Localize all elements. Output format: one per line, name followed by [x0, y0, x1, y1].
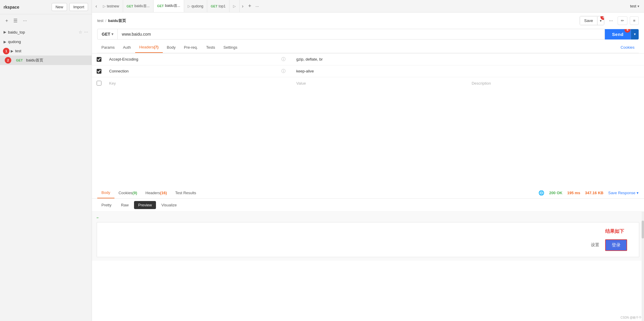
breadcrumb-current: baidu首页 [108, 18, 126, 23]
tab-baidu-2[interactable]: GET baidu首... [154, 0, 184, 12]
breadcrumb-parent: test [97, 18, 103, 23]
file-icon: ▷ [103, 4, 106, 8]
tab-top1[interactable]: GET top1 [207, 0, 229, 12]
tab-headers[interactable]: Headers(7) [135, 42, 163, 53]
request-item-baidu[interactable]: 2 GET baidu首页 [0, 56, 92, 65]
tabs-bar: ‹ ▷ testnew GET baidu首... GET baidu首... … [92, 0, 644, 12]
resp-tab-cookies[interactable]: Cookies(9) [114, 188, 141, 198]
env-name: test [630, 4, 636, 8]
environment-selector[interactable]: test ▾ [627, 4, 643, 8]
collection-item-qudong[interactable]: ▶ qudong [0, 37, 92, 46]
view-tab-preview[interactable]: Preview [134, 201, 156, 209]
collection-name: baidu_top [8, 30, 77, 34]
tabs-more-button[interactable]: ··· [254, 4, 261, 9]
response-content: ← 结果如下 设置 登录 [92, 212, 644, 321]
headers-content: Accept-Encoding ⓘ gzip, deflate, br Conn… [92, 53, 644, 187]
tab-next-button[interactable]: › [240, 2, 246, 10]
header-checkbox-1[interactable] [92, 57, 106, 62]
resp-tab-headers[interactable]: Headers(16) [141, 188, 171, 198]
header-checkbox-2[interactable] [92, 69, 106, 74]
tab-params[interactable]: Params [97, 42, 119, 53]
login-button[interactable]: 登录 [605, 239, 627, 251]
sidebar-title: rkspace [4, 5, 49, 10]
tab-label: baidu首... [165, 3, 180, 8]
save-button[interactable]: Save [580, 16, 597, 25]
header-check-input[interactable] [97, 81, 101, 86]
body-view-tabs: Pretty Raw Preview Visualize [92, 199, 644, 212]
resp-tab-test-results[interactable]: Test Results [171, 188, 200, 198]
filter-button[interactable]: ☰ [12, 17, 19, 25]
request-more-button[interactable]: ··· [607, 17, 615, 25]
tab-testnew[interactable]: ▷ testnew [99, 0, 123, 12]
view-tab-raw[interactable]: Raw [117, 201, 133, 209]
header-check-input[interactable] [97, 69, 101, 74]
star-icon[interactable]: ☆ [79, 30, 82, 34]
tab-label: qudong [192, 4, 203, 8]
header-value-1[interactable]: gzip, deflate, br [293, 55, 468, 64]
header-check-input[interactable] [97, 57, 101, 62]
new-button[interactable]: New [52, 3, 67, 11]
result-text: 结果如下 [103, 228, 633, 235]
collection-item-test[interactable]: 1 ▶ test [0, 46, 92, 56]
response-size: 347.16 KB [585, 191, 603, 195]
add-collection-button[interactable]: + [4, 17, 10, 25]
header-row-empty: Key Value Description [92, 77, 644, 89]
badge-1: 1 [3, 48, 9, 54]
send-dropdown-button[interactable]: ▾ [631, 29, 639, 39]
method-selector[interactable]: GET ▾ [97, 29, 117, 39]
scrollbar-thumb[interactable] [642, 221, 644, 238]
headers-count: (7) [154, 45, 159, 49]
url-input[interactable] [117, 29, 605, 39]
header-row: Accept-Encoding ⓘ gzip, deflate, br [92, 53, 644, 65]
watermark: CSDN @晓千千 [621, 316, 642, 320]
response-area: Body Cookies(9) Headers(16) Test Results… [92, 187, 644, 321]
tab-label: top1 [219, 4, 225, 8]
key-placeholder[interactable]: Key [106, 79, 281, 88]
get-method-badge: GET [127, 4, 133, 8]
tab-auth[interactable]: Auth [119, 42, 135, 53]
resp-tab-body[interactable]: Body [97, 187, 114, 198]
file-icon: ▷ [233, 4, 236, 8]
tab-body[interactable]: Body [163, 42, 180, 53]
save-button-group: 3 Save ▾ [580, 16, 604, 25]
documentation-button[interactable]: ≡ [630, 16, 639, 25]
view-tab-pretty[interactable]: Pretty [97, 201, 116, 209]
chevron-down-icon: ▾ [111, 32, 113, 36]
response-status-bar: 🌐 200 OK 195 ms 347.16 KB Save Response … [538, 190, 639, 196]
save-response-button[interactable]: Save Response ▾ [608, 191, 639, 195]
method-badge-get: GET [16, 58, 24, 62]
vertical-scrollbar[interactable] [642, 212, 644, 321]
baidu-row: 设置 登录 [103, 239, 633, 251]
tab-baidu-1[interactable]: GET baidu首... [123, 0, 154, 12]
header-key-1[interactable]: Accept-Encoding [106, 55, 281, 64]
tab-tests[interactable]: Tests [202, 42, 219, 53]
info-icon: ⓘ [281, 57, 293, 62]
sidebar-more-button[interactable]: ··· [21, 17, 28, 25]
collection-item-baidu-top[interactable]: ▶ baidu_top ☆ ··· [0, 27, 92, 37]
tab-prereq[interactable]: Pre-req. [180, 42, 202, 53]
chevron-right-icon: ▶ [11, 49, 13, 53]
import-button[interactable]: Import [69, 3, 88, 11]
edit-button[interactable]: ✏ [618, 16, 627, 25]
tab-empty[interactable]: ▷ [229, 0, 240, 12]
add-tab-button[interactable]: + [246, 3, 254, 9]
header-key-2[interactable]: Connection [106, 67, 281, 76]
desc-placeholder[interactable]: Description [469, 79, 644, 88]
view-tab-visualize[interactable]: Visualize [157, 201, 181, 209]
value-placeholder[interactable]: Value [293, 79, 468, 88]
tab-settings[interactable]: Settings [219, 42, 242, 53]
collection-name: qudong [8, 39, 88, 44]
send-button-group: 4 Send ▾ [605, 29, 639, 39]
status-code: 200 OK [549, 191, 562, 195]
more-icon[interactable]: ··· [84, 29, 88, 35]
header-checkbox-empty[interactable] [92, 81, 106, 86]
header-desc-1 [469, 57, 644, 62]
header-value-2[interactable]: keep-alive [293, 67, 468, 76]
tab-headers-label: Headers [139, 45, 154, 49]
cookies-link[interactable]: Cookies [616, 42, 639, 53]
tab-qudong[interactable]: ▷ qudong [184, 0, 207, 12]
tab-prev-button[interactable]: ‹ [93, 2, 99, 10]
sidebar: rkspace New Import + ☰ ··· ▶ baidu_top ☆… [0, 0, 92, 321]
chevron-down-icon: ▾ [637, 4, 639, 8]
code-start: ← [94, 214, 642, 221]
